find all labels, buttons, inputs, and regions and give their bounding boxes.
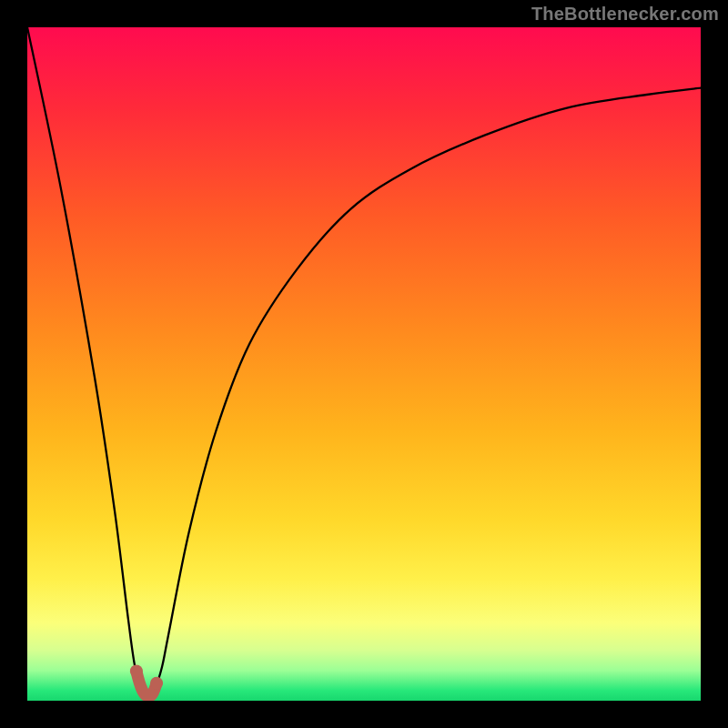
chart-svg (27, 27, 701, 701)
plot-area (27, 27, 701, 701)
optimal-marker-dot-left (130, 664, 143, 677)
gradient-background (27, 27, 701, 701)
optimal-marker-dot-right (150, 677, 163, 690)
chart-frame: TheBottlenecker.com (0, 0, 728, 728)
attribution-label: TheBottlenecker.com (531, 4, 719, 25)
